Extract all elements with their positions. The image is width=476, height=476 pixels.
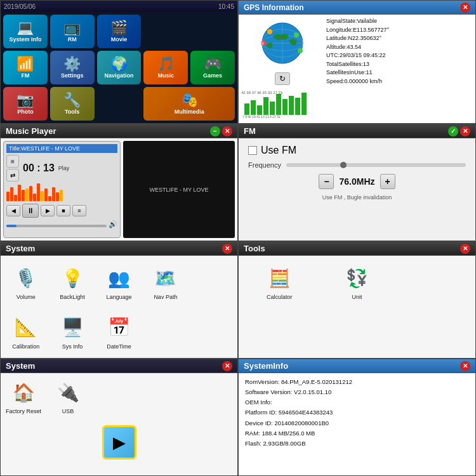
tools-icon-calculator[interactable]: 🧮 Calculator [241,258,317,307]
play-large-button[interactable]: ▶ [102,425,136,459]
music-player-header: Music Player − ✕ [1,124,237,138]
fm-frequency-display: 76.0MHz [339,176,374,187]
system-icon-language[interactable]: 👥 Language [96,258,142,307]
music-track-title: Title:WESTLIFE - MY LOVE [6,144,117,153]
system-header: System ✕ [1,242,237,256]
eq-bar-13 [52,187,55,201]
apps-container: 💻 System Info 📺 RM 🎬 Movie 📶 FM ⚙️ Setti… [1,12,237,123]
fm-check-button[interactable]: ✓ [448,126,458,136]
fm-frequency-row: Frequency [248,161,466,169]
app-tile-nav[interactable]: 🌍 Navigation [97,51,142,84]
fm-use-row: Use FM [248,145,466,156]
movie-icon: 🎬 [110,21,128,35]
gps-refresh-button[interactable]: ↻ [275,72,290,85]
calibration-icon: 📐 [12,314,40,341]
svg-rect-14 [257,105,262,115]
sysinfo-content: RomVersion: 84.PM_A9.E-5.020131212 Softw… [239,373,475,475]
music-album-art: WESTLIFE - MY LOVE [123,141,235,238]
app-tile-photo[interactable]: 📷 Photo [3,87,48,121]
system-icon-sysinfo[interactable]: 🖥️ Sys Info [50,308,95,356]
app-tile-rm[interactable]: 📺 RM [50,15,95,48]
app-tile-tools[interactable]: 🔧 Tools [50,87,95,121]
stop-button[interactable]: ■ [56,205,70,216]
app-grid-date: 2019/05/06 [4,3,36,10]
photo-icon: 📷 [17,93,34,107]
music-min-button[interactable]: − [210,126,220,136]
app-tile-sysinfo[interactable]: 💻 System Info [3,15,48,48]
music-eq-button[interactable]: ≡ [6,155,19,168]
fm-panel: FM ✓ ✕ Use FM Frequency − 76.0MHz + [238,124,476,241]
prev-button[interactable]: ◀ [6,205,20,216]
music-progress-bar[interactable] [6,225,107,227]
gps-title: GPS Information [244,3,304,12]
tools-close-button[interactable]: ✕ [460,244,470,254]
pause-button[interactable]: ⏸ [22,204,39,218]
svg-rect-17 [276,94,281,115]
music-header-buttons: − ✕ [210,126,232,136]
eq-bar-11 [44,188,48,201]
app-tile-fm[interactable]: 📶 FM [3,51,48,84]
usb-item[interactable]: 🔌 USB [54,378,82,414]
eq-bar-15 [60,190,63,201]
app-tile-games[interactable]: 🎮 Games [190,51,235,84]
nav-icon: 🌍 [110,57,128,71]
app-tile-photo-label: Photo [17,109,34,115]
multimedia-icon: 🎭 [181,93,198,107]
sysinfo-ram: RAM: 188.4 MB/256.0 MB [245,428,469,439]
app-tile-music[interactable]: 🎵 Music [143,51,188,84]
music-player-title: Music Player [6,126,56,136]
sysinfo-platform: Platform ID: 5946504E44383243 [245,407,469,418]
fm-frequency-slider[interactable] [286,163,466,167]
eq-bar-9 [37,183,40,201]
factory-reset-label: Factory Reset [6,408,41,414]
fm-increase-button[interactable]: + [380,174,395,189]
backlight-icon: 💡 [58,264,86,292]
app-tile-movie-label: Movie [111,36,128,43]
sysinfo-oem: OEM Info: [245,397,469,407]
app-tile-settings[interactable]: ⚙️ Settings [50,51,95,84]
app-tile-multimedia-label: Multimedia [175,109,204,115]
fm-frequency-label: Frequency [248,161,281,169]
datetime-icon: 📅 [105,314,133,341]
gps-close-button[interactable]: ✕ [460,3,470,13]
system-icon-backlight[interactable]: 💡 BackLight [50,258,95,307]
system-close-button[interactable]: ✕ [222,244,232,254]
fm-close-button[interactable]: ✕ [460,126,470,136]
svg-rect-21 [301,93,307,115]
system-icon-datetime[interactable]: 📅 DateTime [96,308,142,356]
svg-point-8 [298,48,303,53]
gps-satellites-in-use: SatellitesInUse:11 [326,69,473,77]
system-icon-calibration[interactable]: 📐 Calibration [3,308,48,356]
svg-rect-18 [282,99,288,115]
fm-frequency-thumb [340,162,347,168]
playlist-button[interactable]: ≡ [72,205,86,216]
app-grid-time: 10:45 [218,3,234,10]
fm-decrease-button[interactable]: − [319,174,334,189]
eq-bar-12 [48,196,51,201]
next-button[interactable]: ▶ [41,205,55,216]
system2-close-button[interactable]: ✕ [222,361,232,371]
unit-icon: 💱 [343,264,371,292]
rm-icon: 📺 [63,21,81,35]
sysinfo-close-button[interactable]: ✕ [460,361,470,371]
system-icon-empty3 [190,308,235,356]
gps-altitude: Altitude:43.54 [326,43,473,52]
app-grid-header: 2019/05/06 10:45 [1,1,237,12]
system2-header: System ✕ [1,359,237,373]
app-tile-multimedia[interactable]: 🎭 Multimedia [143,87,235,121]
factory-reset-item[interactable]: 🏠 Factory Reset [6,378,41,414]
music-close-button[interactable]: ✕ [222,126,232,136]
sysinfo-rom: RomVersion: 84.PM_A9.E-5.020131212 [245,377,469,387]
app-grid-panel: 2019/05/06 10:45 💻 System Info 📺 RM 🎬 Mo… [0,0,238,124]
eq-bar-14 [56,192,59,201]
music-shuffle-button[interactable]: ⇄ [6,169,19,182]
system-icon-volume[interactable]: 🎙️ Volume [3,258,48,307]
app-tile-movie[interactable]: 🎬 Movie [97,15,142,48]
sysinfo-title: SystemInfo [244,361,288,371]
sysinfo-device: Device ID: 20140820080001B0 [245,418,469,428]
usb-label: USB [62,408,74,414]
tools-icon-unit[interactable]: 💱 Unit [319,258,395,307]
gps-total-satellites: TotalSatellites:13 [326,60,473,69]
system-icon-navpath[interactable]: 🗺️ Nav Path [143,258,188,307]
fm-use-checkbox[interactable] [248,146,257,155]
